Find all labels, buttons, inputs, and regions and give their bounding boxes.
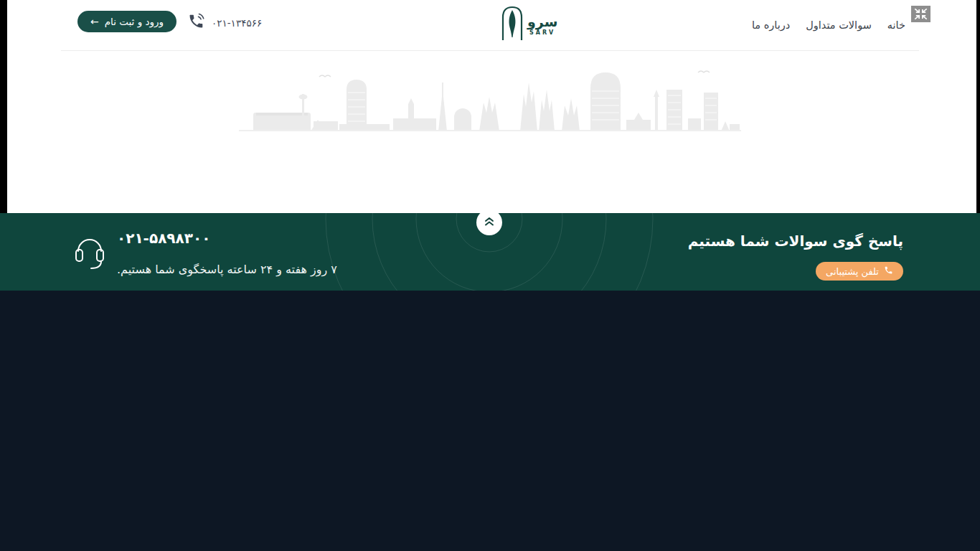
header-phone-number: ۰۲۱-۱۳۴۵۶۶ [212, 17, 262, 29]
login-register-label: ورود و ثبت نام [105, 16, 164, 27]
main-nav: خانه سوالات متداول درباره ما [752, 0, 905, 50]
headphones-icon [74, 230, 105, 280]
header-section: ورود و ثبت نام ← ۰۲۱-۱۳۴۵۶۶ سرو SAR [7, 0, 976, 213]
site-logo[interactable]: سرو SARV [501, 5, 557, 44]
header-phone[interactable]: ۰۲۱-۱۳۴۵۶۶ [187, 12, 262, 34]
support-phone-label: تلفن پشتیبانی [826, 266, 879, 277]
support-texts: ۰۲۱-۵۸۹۸۳۰۰ ۷ روز هفته و ۲۴ ساعته پاسخگو… [117, 230, 337, 280]
nav-item-faq[interactable]: سوالات متداول [806, 19, 872, 31]
support-phone-number[interactable]: ۰۲۱-۵۸۹۸۳۰۰ [117, 230, 337, 247]
logo-fa: سرو [527, 15, 557, 28]
cypress-arch-logo-icon [501, 5, 524, 44]
support-contact: ۰۲۱-۵۸۹۸۳۰۰ ۷ روز هفته و ۲۴ ساعته پاسخگو… [74, 230, 337, 280]
scroll-to-top-button[interactable] [476, 209, 502, 235]
chevrons-up-icon [484, 216, 495, 229]
arrow-left-icon: ← [90, 16, 99, 27]
login-register-button[interactable]: ورود و ثبت نام ← [77, 11, 176, 32]
support-availability: ۷ روز هفته و ۲۴ ساعته پاسخگوی شما هستیم. [117, 263, 337, 276]
nav-item-about[interactable]: درباره ما [752, 19, 790, 31]
support-phone-button[interactable]: تلفن پشتیبانی [816, 262, 903, 281]
ringing-phone-icon [187, 12, 205, 34]
logo-wordmark: سرو SARV [527, 15, 557, 36]
navbar-divider [61, 50, 919, 51]
footer: سرو SARV سرو یک گروه ساختمانی نوآورانه د… [0, 291, 980, 551]
city-skyline-illustration [239, 68, 741, 139]
logo-en: SARV [529, 29, 555, 36]
support-heading: پاسخ گوی سوالات شما هستیم [688, 232, 903, 250]
page: ورود و ثبت نام ← ۰۲۱-۱۳۴۵۶۶ سرو SAR [0, 0, 980, 551]
nav-item-home[interactable]: خانه [887, 19, 905, 31]
exit-fullscreen-icon[interactable] [911, 6, 930, 22]
phone-icon [884, 265, 893, 277]
